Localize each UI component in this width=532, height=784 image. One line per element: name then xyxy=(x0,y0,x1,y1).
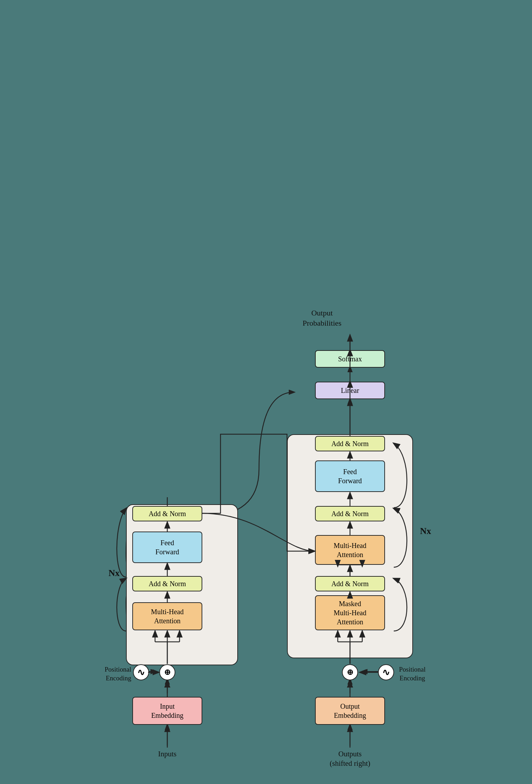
decoder-add-norm-3: Add & Norm xyxy=(315,436,385,451)
decoder-add-norm-1: Add & Norm xyxy=(315,576,385,591)
decoder-positional-encoding-label: PositionalEncoding xyxy=(399,665,426,682)
decoder-add-norm-2: Add & Norm xyxy=(315,506,385,521)
encoder-input-embedding: InputEmbedding xyxy=(132,697,202,725)
decoder-output-embedding: OutputEmbedding xyxy=(315,697,385,725)
softmax-box: Softmax xyxy=(315,350,385,368)
output-probabilities-label: OutputProbabilities xyxy=(287,308,357,328)
decoder-cross-attention: Multi-HeadAttention xyxy=(315,535,385,565)
encoder-add-norm-2: Add & Norm xyxy=(132,506,202,521)
encoder-inputs-label: Inputs xyxy=(132,749,202,759)
decoder-nx-label: Nx xyxy=(420,525,431,537)
decoder-positional-wave: ∿ xyxy=(378,664,394,680)
decoder-feed-forward: FeedForward xyxy=(315,460,385,492)
encoder-nx-label: Nx xyxy=(108,567,120,579)
encoder-plus-symbol: ⊕ xyxy=(159,664,175,680)
decoder-outputs-label: Outputs(shifted right) xyxy=(315,749,385,769)
encoder-feed-forward: FeedForward xyxy=(132,532,202,563)
encoder-multi-head-attention: Multi-HeadAttention xyxy=(132,602,202,630)
encoder-positional-encoding-label: PositionalEncoding xyxy=(102,665,131,682)
encoder-add-norm-1: Add & Norm xyxy=(132,576,202,591)
linear-box: Linear xyxy=(315,382,385,399)
encoder-positional-wave: ∿ xyxy=(133,664,149,680)
decoder-plus-symbol: ⊕ xyxy=(342,664,358,680)
transformer-diagram: OutputProbabilities Softmax Linear Nx Ad… xyxy=(98,14,434,770)
decoder-masked-attention: MaskedMulti-HeadAttention xyxy=(315,595,385,630)
